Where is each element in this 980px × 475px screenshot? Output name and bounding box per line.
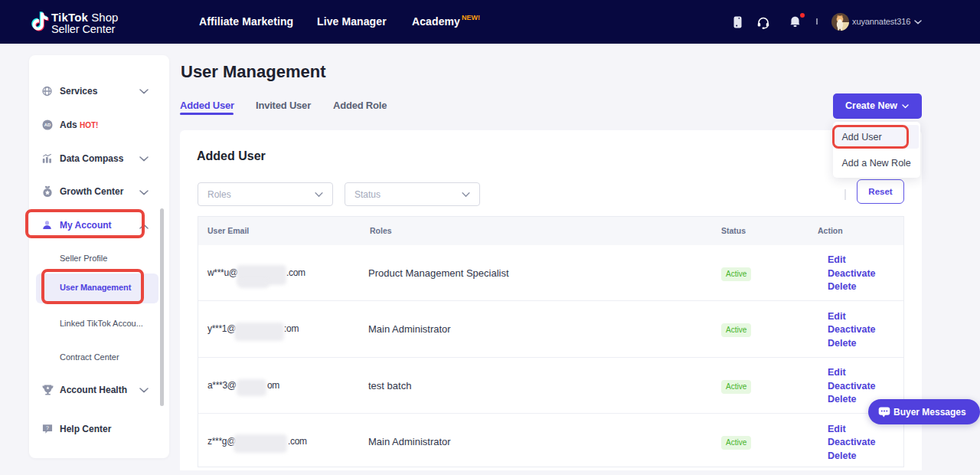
svg-text:?: ? [46,425,49,431]
svg-text:AD: AD [44,123,51,127]
